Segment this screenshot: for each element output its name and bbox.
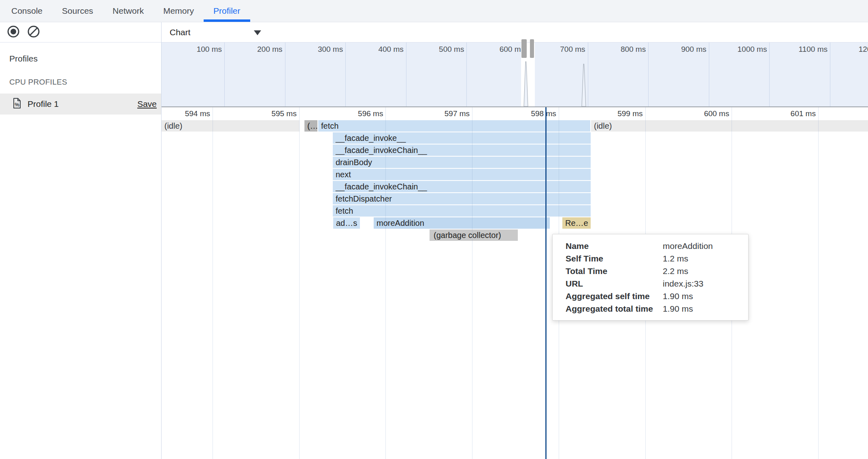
- overview-tick-label: 800 ms: [596, 45, 646, 54]
- ruler-tick-label: 600 ms: [671, 109, 729, 118]
- profiler-main-pane: Chart 100 ms200 ms300 ms400 ms500 ms600 …: [161, 22, 868, 459]
- flame-bar[interactable]: (garbage collector): [430, 230, 518, 241]
- svg-text:%: %: [15, 102, 19, 108]
- overview-grid-line: [648, 42, 649, 106]
- tab-network[interactable]: Network: [103, 0, 153, 22]
- flame-bar[interactable]: fetchDispatcher: [333, 193, 591, 204]
- tooltip-row-label: Aggregated self time: [553, 291, 663, 301]
- selection-drag-handle[interactable]: [521, 39, 527, 58]
- tooltip-row: Aggregated total time1.90 ms: [553, 302, 748, 315]
- tooltip-row-label: URL: [553, 279, 663, 289]
- sidebar-item-profile-1[interactable]: % Profile 1 Save: [0, 94, 161, 115]
- overview-tick-label: 900 ms: [656, 45, 706, 54]
- flame-bar[interactable]: fetch: [318, 120, 590, 132]
- overview-grid-line: [769, 42, 770, 106]
- overview-grid-line: [224, 42, 225, 106]
- overview-tick-label: 1000 ms: [717, 45, 767, 54]
- flame-bar[interactable]: Re…e: [562, 217, 591, 229]
- profile-name-label: Profile 1: [28, 99, 59, 109]
- tab-sources[interactable]: Sources: [52, 0, 103, 22]
- flame-bar[interactable]: moreAddition: [374, 217, 550, 229]
- clear-icon: [27, 25, 40, 40]
- tooltip-row: Total Time2.2 ms: [553, 265, 748, 277]
- tooltip-row: Self Time1.2 ms: [553, 252, 748, 265]
- flame-bar[interactable]: __facade_invokeChain__: [333, 144, 591, 156]
- cpu-profiles-section-heading: CPU PROFILES: [9, 78, 67, 87]
- record-icon: [6, 25, 20, 40]
- tab-memory[interactable]: Memory: [153, 0, 204, 22]
- overview-grid-line: [830, 42, 830, 106]
- tooltip-row-value: index.js:33: [663, 279, 703, 289]
- tooltip-row-label: Total Time: [553, 266, 663, 276]
- flame-bar[interactable]: __facade_invoke__: [333, 132, 591, 144]
- tooltip-row-value: 1.90 ms: [663, 304, 693, 314]
- flame-bar[interactable]: (…: [304, 120, 317, 132]
- playhead-line[interactable]: [545, 107, 547, 459]
- profiles-sidebar: Profiles CPU PROFILES % Profile 1 Save: [0, 22, 161, 459]
- overview-tick-label: 700 ms: [535, 45, 585, 54]
- tooltip-row: URLindex.js:33: [553, 277, 748, 290]
- tooltip-row-value: 1.90 ms: [663, 291, 693, 301]
- time-grid-line: [472, 107, 472, 459]
- overview-tick-label: 300 ms: [293, 45, 343, 54]
- overview-tick-label: 400 ms: [353, 45, 404, 54]
- ruler-tick-label: 599 ms: [585, 109, 643, 118]
- flame-bar[interactable]: next: [333, 169, 591, 180]
- profile-document-icon: %: [12, 98, 22, 110]
- tab-bar: ConsoleSourcesNetworkMemoryProfiler: [0, 0, 868, 22]
- tooltip-row: NamemoreAddition: [553, 240, 748, 252]
- overview-tick-label: 100 ms: [172, 45, 222, 54]
- flame-bar[interactable]: (idle): [591, 120, 868, 132]
- time-grid-line: [299, 107, 300, 459]
- overview-grid-line: [466, 42, 467, 106]
- record-profile-button[interactable]: [6, 25, 21, 40]
- profiles-heading: Profiles: [9, 54, 38, 64]
- ruler-tick-label: 601 ms: [757, 109, 816, 118]
- tab-console[interactable]: Console: [2, 0, 52, 22]
- clear-profiles-button[interactable]: [26, 25, 41, 40]
- selection-drag-handle[interactable]: [530, 39, 534, 58]
- ruler-tick-label: 596 ms: [325, 109, 383, 118]
- overview-grid-line: [406, 42, 406, 106]
- overview-grid-line: [709, 42, 709, 106]
- tooltip-row-value: moreAddition: [663, 241, 713, 251]
- tooltip-row-value: 1.2 ms: [663, 254, 688, 264]
- view-mode-select[interactable]: Chart: [162, 22, 269, 42]
- overview-tick-label: 1100 ms: [777, 45, 828, 54]
- sidebar-toolbar: [0, 22, 161, 42]
- tooltip-row: Aggregated self time1.90 ms: [553, 290, 748, 302]
- chevron-down-icon: [254, 30, 261, 35]
- flame-bar[interactable]: drainBody: [333, 157, 591, 168]
- profiler-toolbar: Chart: [162, 22, 868, 42]
- overview-tick-label: 600 ms: [474, 45, 525, 54]
- flame-bar[interactable]: __facade_invokeChain__: [333, 181, 591, 192]
- frame-details-tooltip: NamemoreAdditionSelf Time1.2 msTotal Tim…: [552, 234, 749, 321]
- ruler-tick-label: 595 ms: [238, 109, 297, 118]
- time-grid-line: [818, 107, 819, 459]
- flame-bar[interactable]: (idle): [162, 120, 300, 132]
- tooltip-row-label: Self Time: [553, 254, 663, 264]
- tooltip-row-label: Aggregated total time: [553, 304, 663, 314]
- flame-chart[interactable]: 594 ms595 ms596 ms597 ms598 ms599 ms600 …: [162, 107, 868, 459]
- overview-tick-label: 500 ms: [414, 45, 464, 54]
- ruler-tick-label: 597 ms: [411, 109, 470, 118]
- activity-spike: [523, 59, 529, 106]
- ruler-tick-label: 594 ms: [161, 109, 210, 118]
- overview-grid-line: [345, 42, 346, 106]
- ruler-tick-label: 598 ms: [498, 109, 556, 118]
- flame-bar[interactable]: ad…s: [333, 217, 360, 229]
- timeline-overview[interactable]: 100 ms200 ms300 ms400 ms500 ms600 ms700 …: [162, 42, 868, 107]
- overview-tick-label: 200 ms: [232, 45, 283, 54]
- overview-grid-line: [588, 42, 588, 106]
- time-grid-line: [385, 107, 386, 459]
- tab-profiler[interactable]: Profiler: [204, 0, 250, 22]
- overview-tick-label: 1200 ms: [838, 45, 868, 54]
- activity-spike: [581, 59, 587, 106]
- overview-grid-line: [285, 42, 285, 106]
- save-profile-link[interactable]: Save: [137, 99, 157, 109]
- view-mode-value: Chart: [170, 28, 190, 37]
- time-grid-line: [213, 107, 213, 459]
- flame-bar[interactable]: fetch: [333, 205, 591, 217]
- tooltip-row-value: 2.2 ms: [663, 266, 688, 276]
- tooltip-row-label: Name: [553, 241, 663, 251]
